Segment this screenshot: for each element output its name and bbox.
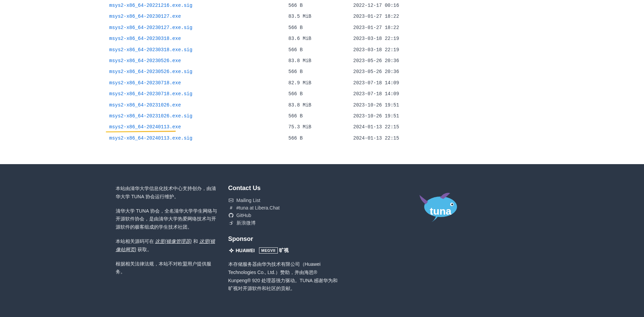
about-text-4: 根据相关法律法规，本站不对欧盟用户提供服务。 bbox=[116, 260, 218, 276]
file-name-wrap: msys2-x86_64-20230318.exe.sig bbox=[109, 46, 288, 54]
mail-icon bbox=[228, 198, 234, 203]
file-name-wrap: msys2-x86_64-20230127.exe bbox=[109, 13, 288, 20]
file-name-wrap: msys2-x86_64-20240113.exe.sig bbox=[109, 134, 288, 142]
megvii-cn-text: 旷视 bbox=[279, 247, 289, 254]
about-text-1: 本站由清华大学信息化技术中心支持创办，由清华大学 TUNA 协会运行维护。 bbox=[116, 185, 218, 201]
file-date: 2023-07-18 14:09 bbox=[353, 90, 535, 98]
file-size: 566 B bbox=[288, 24, 353, 31]
file-size: 83.6 MiB bbox=[288, 35, 353, 42]
file-row: msys2-x86_64-20230318.exe83.6 MiB2023-03… bbox=[109, 33, 535, 44]
svg-text:tuna: tuna bbox=[430, 205, 452, 217]
tuna-logo-icon: tuna bbox=[416, 188, 464, 229]
contact-item: 新浪微博 bbox=[228, 219, 341, 227]
file-link[interactable]: msys2-x86_64-20240113.exe bbox=[109, 124, 181, 130]
file-size: 75.3 MiB bbox=[288, 123, 353, 131]
contact-link[interactable]: 新浪微博 bbox=[237, 220, 256, 226]
sponsor-text: 本存储服务器由华为技术有限公司（Huawei Technologies Co.,… bbox=[228, 260, 341, 293]
file-row: msys2-x86_64-20230526.exe.sig566 B2023-0… bbox=[109, 66, 535, 77]
file-date: 2023-10-26 19:51 bbox=[353, 101, 535, 109]
file-row: msys2-x86_64-20230127.exe83.5 MiB2023-01… bbox=[109, 11, 535, 22]
file-size: 566 B bbox=[288, 46, 353, 54]
file-link[interactable]: msys2-x86_64-20231026.exe.sig bbox=[109, 113, 192, 119]
file-row: msys2-x86_64-20230718.exe.sig566 B2023-0… bbox=[109, 88, 535, 99]
file-date: 2024-01-13 22:15 bbox=[353, 123, 535, 131]
file-link[interactable]: msys2-x86_64-20230127.exe bbox=[109, 14, 181, 19]
file-link[interactable]: msys2-x86_64-20230526.exe.sig bbox=[109, 69, 192, 74]
file-link[interactable]: msys2-x86_64-20230127.exe.sig bbox=[109, 25, 192, 30]
footer-contact-column: Contact Us Mailing List#tuna at Libera.C… bbox=[228, 185, 341, 299]
file-name-wrap: msys2-x86_64-20230318.exe bbox=[109, 35, 288, 42]
file-size: 566 B bbox=[288, 2, 353, 9]
file-row: msys2-x86_64-20240113.exe75.3 MiB2024-01… bbox=[109, 121, 535, 132]
about-text-2: 清华大学 TUNA 协会，全名清华大学学生网络与开源软件协会，是由清华大学热爱网… bbox=[116, 207, 218, 231]
file-name-wrap: msys2-x86_64-20240113.exe bbox=[109, 123, 288, 131]
file-row: msys2-x86_64-20230718.exe82.9 MiB2023-07… bbox=[109, 77, 535, 88]
file-name-wrap: msys2-x86_64-20221216.exe.sig bbox=[109, 2, 288, 9]
file-row: msys2-x86_64-20221216.exe.sig566 B2022-1… bbox=[109, 0, 535, 11]
file-link[interactable]: msys2-x86_64-20240113.exe.sig bbox=[109, 135, 192, 141]
file-link[interactable]: msys2-x86_64-20230526.exe bbox=[109, 58, 181, 63]
file-row: msys2-x86_64-20240113.exe.sig566 B2024-0… bbox=[109, 133, 535, 144]
file-size: 83.8 MiB bbox=[288, 101, 353, 109]
huawei-icon bbox=[228, 247, 234, 254]
file-size: 566 B bbox=[288, 112, 353, 120]
file-date: 2022-12-17 00:16 bbox=[353, 2, 535, 9]
file-size: 83.5 MiB bbox=[288, 13, 353, 20]
file-date: 2023-01-27 18:22 bbox=[353, 24, 535, 31]
file-date: 2023-01-27 18:22 bbox=[353, 13, 535, 20]
file-size: 82.9 MiB bbox=[288, 79, 353, 87]
megvii-text: MEGVII bbox=[259, 247, 278, 254]
sponsor-heading: Sponsor bbox=[228, 235, 341, 243]
footer-logo-column: tuna bbox=[351, 185, 529, 299]
weibo-icon bbox=[228, 221, 234, 226]
file-size: 83.8 MiB bbox=[288, 57, 353, 64]
about-prefix: 本站相关源码可在 bbox=[116, 239, 155, 244]
about-suffix: 获取。 bbox=[138, 247, 152, 252]
megvii-logo: MEGVII 旷视 bbox=[259, 247, 289, 254]
file-link[interactable]: msys2-x86_64-20231026.exe bbox=[109, 102, 181, 108]
file-name-wrap: msys2-x86_64-20230526.exe.sig bbox=[109, 68, 288, 75]
file-date: 2023-05-26 20:36 bbox=[353, 68, 535, 75]
file-size: 566 B bbox=[288, 68, 353, 75]
file-date: 2023-05-26 20:36 bbox=[353, 57, 535, 64]
hash-icon bbox=[228, 205, 234, 210]
mirror-manager-link[interactable]: 这里(镜像管理器) bbox=[155, 239, 191, 244]
file-row: msys2-x86_64-20231026.exe.sig566 B2023-1… bbox=[109, 111, 535, 121]
file-row: msys2-x86_64-20231026.exe83.8 MiB2023-10… bbox=[109, 100, 535, 111]
footer-about-column: 本站由清华大学信息化技术中心支持创办，由清华大学 TUNA 协会运行维护。 清华… bbox=[116, 185, 218, 299]
about-middle: 和 bbox=[193, 239, 199, 244]
file-size: 566 B bbox=[288, 134, 353, 142]
footer-content: 本站由清华大学信息化技术中心支持创办，由清华大学 TUNA 协会运行维护。 清华… bbox=[109, 185, 535, 299]
file-date: 2023-03-18 22:19 bbox=[353, 35, 535, 42]
huawei-text: HUAWEI bbox=[236, 248, 255, 253]
file-row: msys2-x86_64-20230127.exe.sig566 B2023-0… bbox=[109, 22, 535, 33]
contact-link[interactable]: Mailing List bbox=[237, 198, 260, 203]
file-size: 566 B bbox=[288, 90, 353, 98]
file-name-wrap: msys2-x86_64-20231026.exe bbox=[109, 101, 288, 109]
file-name-wrap: msys2-x86_64-20231026.exe.sig bbox=[109, 112, 288, 120]
file-link[interactable]: msys2-x86_64-20230318.exe bbox=[109, 36, 181, 41]
footer: 本站由清华大学信息化技术中心支持创办，由清华大学 TUNA 协会运行维护。 清华… bbox=[0, 164, 644, 317]
svg-point-2 bbox=[451, 204, 453, 205]
file-row: msys2-x86_64-20230318.exe.sig566 B2023-0… bbox=[109, 44, 535, 55]
github-icon bbox=[228, 213, 234, 218]
file-link[interactable]: msys2-x86_64-20221216.exe.sig bbox=[109, 3, 192, 8]
file-date: 2023-03-18 22:19 bbox=[353, 46, 535, 54]
file-date: 2024-01-13 22:15 bbox=[353, 134, 535, 142]
about-text-3: 本站相关源码可在 这里(镜像管理器) 和 这里(镜像站网页) 获取。 bbox=[116, 237, 218, 254]
contact-heading: Contact Us bbox=[228, 185, 341, 192]
file-link[interactable]: msys2-x86_64-20230718.exe bbox=[109, 80, 181, 86]
file-link[interactable]: msys2-x86_64-20230718.exe.sig bbox=[109, 91, 192, 97]
contact-link[interactable]: #tuna at Libera.Chat bbox=[237, 205, 280, 211]
sponsor-logos: HUAWEI MEGVII 旷视 bbox=[228, 247, 341, 254]
contact-item: Mailing List bbox=[228, 197, 341, 204]
file-name-wrap: msys2-x86_64-20230127.exe.sig bbox=[109, 24, 288, 31]
file-name-wrap: msys2-x86_64-20230718.exe.sig bbox=[109, 90, 288, 98]
file-link[interactable]: msys2-x86_64-20230318.exe.sig bbox=[109, 47, 192, 53]
file-row: msys2-x86_64-20230526.exe83.8 MiB2023-05… bbox=[109, 55, 535, 66]
file-date: 2023-07-18 14:09 bbox=[353, 79, 535, 87]
contact-item: GitHub bbox=[228, 212, 341, 219]
file-name-wrap: msys2-x86_64-20230526.exe bbox=[109, 57, 288, 64]
contact-list: Mailing List#tuna at Libera.ChatGitHub新浪… bbox=[228, 197, 341, 227]
contact-link[interactable]: GitHub bbox=[237, 213, 252, 218]
